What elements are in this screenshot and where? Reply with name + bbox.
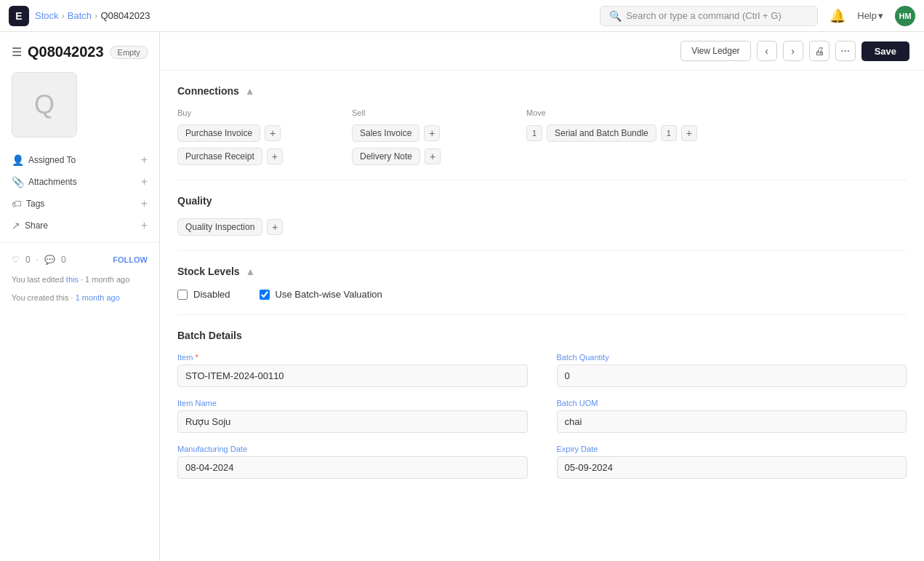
user-avatar[interactable]: HM — [895, 6, 915, 26]
created-text: You created this · 1 month ago — [0, 289, 159, 307]
more-options-button[interactable]: ··· — [835, 41, 856, 61]
item-name-value[interactable]: Rượu Soju — [177, 410, 528, 433]
tags-action[interactable]: 🏷 Tags + — [0, 193, 159, 215]
move-items: 1 Serial and Batch Bundle 1 + — [526, 124, 697, 142]
search-bar[interactable]: 🔍 Search or type a command (Ctrl + G) — [600, 6, 818, 26]
tags-add[interactable]: + — [141, 197, 148, 210]
disabled-checkbox-row: Disabled — [177, 289, 230, 300]
manufacturing-date-label: Manufacturing Date — [177, 445, 528, 453]
purchase-receipt-row: Purchase Receipt + — [177, 148, 308, 165]
status-badge: Empty — [110, 46, 148, 59]
breadcrumb-current: Q08042023 — [100, 10, 150, 21]
stock-levels-header: Stock Levels ▲ — [177, 266, 907, 277]
doc-title: Q08042023 — [28, 44, 104, 60]
main-toolbar: View Ledger ‹ › 🖨 ··· Save — [160, 32, 924, 71]
doc-avatar: Q — [12, 72, 77, 138]
share-icon: ↗ — [12, 220, 20, 231]
attachments-label: Attachments — [28, 177, 77, 187]
heart-icon: ♡ — [12, 255, 20, 265]
next-nav-button[interactable]: › — [783, 41, 803, 61]
sidebar-stats: ♡ 0 · 💬 0 FOLLOW — [0, 249, 159, 271]
quality-inspection-chip[interactable]: Quality Inspection — [177, 218, 262, 236]
quality-inspection-row: Quality Inspection + — [177, 218, 907, 236]
serial-batch-chip[interactable]: Serial and Batch Bundle — [547, 124, 656, 142]
purchase-invoice-add[interactable]: + — [265, 125, 281, 141]
view-ledger-button[interactable]: View Ledger — [680, 41, 751, 61]
top-navigation: E Stock › Batch › Q08042023 🔍 Search or … — [0, 0, 924, 32]
move-label: Move — [526, 108, 697, 117]
breadcrumb-batch[interactable]: Batch — [68, 10, 92, 21]
attachments-action[interactable]: 📎 Attachments + — [0, 171, 159, 193]
item-label: Item * — [177, 353, 528, 362]
help-button[interactable]: Help ▾ — [851, 7, 889, 24]
sales-invoice-chip[interactable]: Sales Invoice — [352, 124, 419, 142]
last-edited-text: You last edited this · 1 month ago — [0, 271, 159, 289]
last-edited-link[interactable]: this — [66, 275, 79, 284]
connections-grid: Buy Purchase Invoice + Purchase Receipt … — [177, 108, 907, 165]
hamburger-icon[interactable]: ☰ — [12, 45, 22, 59]
collapse-stock-icon[interactable]: ▲ — [246, 266, 256, 277]
manufacturing-date-field: Manufacturing Date 08-04-2024 — [177, 445, 528, 479]
sell-label: Sell — [352, 108, 483, 117]
serial-batch-badge: 1 — [661, 125, 677, 141]
delivery-note-add[interactable]: + — [425, 148, 441, 164]
breadcrumb: Stock › Batch › Q08042023 — [35, 10, 150, 21]
batch-quantity-value[interactable]: 0 — [557, 365, 907, 387]
save-button[interactable]: Save — [861, 41, 909, 61]
batch-uom-label: Batch UOM — [557, 399, 907, 407]
expiry-date-field: Expiry Date 05-09-2024 — [557, 445, 907, 479]
share-action[interactable]: ↗ Share + — [0, 215, 159, 236]
batch-wise-checkbox[interactable] — [260, 290, 270, 300]
divider — [0, 242, 159, 243]
share-label: Share — [25, 220, 48, 231]
prev-nav-button[interactable]: ‹ — [757, 41, 777, 61]
disabled-checkbox[interactable] — [177, 290, 188, 300]
sales-invoice-add[interactable]: + — [424, 125, 440, 141]
print-button[interactable]: 🖨 — [809, 41, 829, 61]
paperclip-icon: 📎 — [12, 176, 24, 188]
user-icon: 👤 — [12, 154, 24, 166]
doc-header: ☰ Q08042023 Empty — [0, 44, 159, 72]
connections-title: Connections — [177, 85, 239, 97]
batch-details-section: Batch Details Item * STO-ITEM-2024-00110… — [177, 315, 907, 493]
batch-details-title: Batch Details — [177, 330, 907, 341]
connections-header: Connections ▲ — [177, 85, 907, 97]
assigned-to-add[interactable]: + — [141, 154, 148, 167]
assigned-to-action[interactable]: 👤 Assigned To + — [0, 149, 159, 171]
quality-title: Quality — [177, 195, 212, 207]
quality-header: Quality — [177, 195, 907, 207]
app-logo[interactable]: E — [9, 6, 29, 26]
quality-inspection-add[interactable]: + — [267, 219, 283, 235]
delivery-note-chip[interactable]: Delivery Note — [352, 148, 420, 165]
delivery-note-row: Delivery Note + — [352, 148, 483, 165]
purchase-invoice-chip[interactable]: Purchase Invoice — [177, 124, 260, 142]
purchase-receipt-chip[interactable]: Purchase Receipt — [177, 148, 262, 165]
move-column: Move 1 Serial and Batch Bundle 1 + — [526, 108, 697, 165]
purchase-invoice-row: Purchase Invoice + — [177, 124, 308, 142]
collapse-connections-icon[interactable]: ▲ — [245, 85, 255, 97]
batch-wise-checkbox-row: Use Batch-wise Valuation — [260, 289, 382, 300]
breadcrumb-stock[interactable]: Stock — [35, 10, 59, 21]
sell-column: Sell Sales Invoice + Delivery Note + — [352, 108, 483, 165]
purchase-receipt-add[interactable]: + — [267, 148, 283, 164]
created-link[interactable]: 1 month ago — [76, 293, 120, 302]
batch-wise-label: Use Batch-wise Valuation — [276, 289, 382, 300]
tag-icon: 🏷 — [12, 198, 22, 210]
attachments-add[interactable]: + — [141, 175, 148, 188]
sales-invoice-row: Sales Invoice + — [352, 124, 483, 142]
follow-button[interactable]: FOLLOW — [113, 255, 148, 264]
comment-icon: 💬 — [44, 255, 55, 265]
main-content: View Ledger ‹ › 🖨 ··· Save Connections ▲… — [160, 32, 924, 561]
search-placeholder: Search or type a command (Ctrl + G) — [626, 10, 782, 21]
share-add[interactable]: + — [141, 219, 148, 232]
notifications-bell[interactable]: 🔔 — [829, 8, 845, 24]
expiry-date-value[interactable]: 05-09-2024 — [557, 456, 907, 479]
buy-items: Purchase Invoice + Purchase Receipt + — [177, 124, 308, 165]
serial-batch-add[interactable]: + — [681, 125, 697, 141]
sell-items: Sales Invoice + Delivery Note + — [352, 124, 483, 165]
batch-uom-value[interactable]: chai — [557, 410, 907, 433]
manufacturing-date-value[interactable]: 08-04-2024 — [177, 456, 528, 479]
stock-checkboxes: Disabled Use Batch-wise Valuation — [177, 289, 907, 300]
content-area: Connections ▲ Buy Purchase Invoice + — [160, 71, 924, 511]
item-value[interactable]: STO-ITEM-2024-00110 — [177, 365, 528, 387]
